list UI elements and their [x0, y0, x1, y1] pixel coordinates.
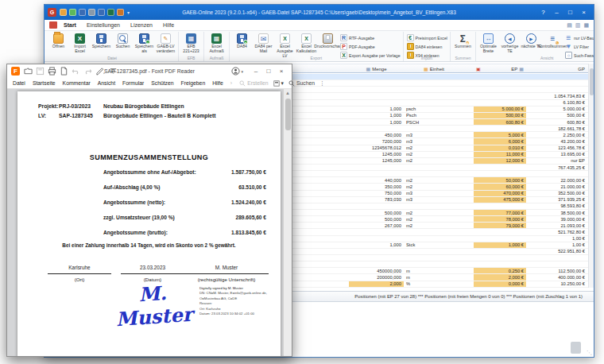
- cell-einheit[interactable]: psch: [404, 106, 464, 112]
- cell-gp[interactable]: 10.250,00 €: [526, 281, 588, 287]
- cell-ep[interactable]: [474, 261, 526, 267]
- column-header-einheit[interactable]: Einheit: [430, 67, 444, 72]
- cell-ep[interactable]: 2,000 €: [474, 274, 526, 280]
- ribbon-button[interactable]: ✎GAEB-LV verändern: [155, 33, 176, 54]
- open-icon[interactable]: [60, 9, 67, 16]
- cell-menge[interactable]: 1,000: [349, 106, 404, 112]
- cell-menge[interactable]: [349, 126, 404, 131]
- cell-einheit[interactable]: m2: [404, 177, 464, 183]
- menu-formular[interactable]: Formular: [122, 80, 144, 86]
- menu-ansicht[interactable]: Ansicht: [98, 80, 115, 86]
- cell-gp[interactable]: [526, 74, 588, 79]
- save-as-icon[interactable]: [98, 9, 105, 16]
- save-icon[interactable]: [36, 67, 45, 76]
- cell-gp[interactable]: 22.000,00 €: [526, 177, 588, 183]
- cell-ep[interactable]: 6,000 €: [474, 138, 526, 144]
- ribbon-button[interactable]: ≡✎Kontrollsummen: [542, 33, 563, 49]
- cell-einheit[interactable]: [404, 100, 464, 106]
- cell-einheit[interactable]: [404, 255, 464, 261]
- cell-ep[interactable]: 0,000 €: [474, 281, 526, 287]
- cell-menge[interactable]: [349, 249, 404, 254]
- cell-ep[interactable]: 1,000 €: [474, 242, 526, 248]
- account-icon[interactable]: ▾: [231, 67, 243, 76]
- cell-ep[interactable]: [474, 203, 526, 209]
- cell-gp[interactable]: 2.250,00 €: [526, 132, 588, 137]
- column-header-menge[interactable]: Menge: [372, 67, 386, 72]
- cell-ep[interactable]: [474, 80, 526, 86]
- cell-ep[interactable]: [474, 236, 526, 242]
- toolbar-toggle-icon[interactable]: [109, 67, 118, 76]
- ribbon-button[interactable]: Σ▦Summen: [452, 33, 474, 49]
- menu-hilfe[interactable]: Hilfe: [212, 80, 223, 86]
- column-header-gp[interactable]: GP: [578, 67, 585, 72]
- ribbon-button[interactable]: Druckvorschau: [317, 33, 339, 49]
- cell-ep[interactable]: 78,000 €: [474, 216, 526, 222]
- ribbon-button[interactable]: ↔Optimale Breite: [478, 33, 499, 54]
- gaeb-app-icon[interactable]: G: [48, 8, 56, 17]
- cell-einheit[interactable]: [404, 171, 464, 176]
- maximize-button[interactable]: □: [262, 68, 275, 75]
- cell-gp[interactable]: 21.000,00 €: [526, 184, 588, 189]
- tab-lizenzen[interactable]: Lizenzen: [130, 22, 153, 28]
- cell-menge[interactable]: [349, 171, 404, 176]
- cell-einheit[interactable]: m2: [404, 145, 464, 151]
- cell-menge[interactable]: 783,030: [349, 197, 404, 203]
- ribbon-button[interactable]: Speichern: [91, 33, 112, 49]
- cell-einheit[interactable]: m3: [404, 191, 464, 196]
- cell-ep[interactable]: 5.000,00 €: [474, 106, 526, 112]
- cell-gp[interactable]: [526, 171, 588, 176]
- cell-menge[interactable]: [349, 80, 404, 86]
- cell-menge[interactable]: [349, 87, 404, 92]
- cell-einheit[interactable]: [404, 126, 464, 131]
- search-button[interactable]: Suchen: [288, 80, 315, 87]
- cell-menge[interactable]: 1245,000: [349, 152, 404, 157]
- menu-schützen[interactable]: Schützen: [151, 80, 173, 86]
- cell-ep[interactable]: 77,000 €: [474, 210, 526, 215]
- cell-gp[interactable]: 1,00 €: [526, 242, 588, 248]
- cell-einheit[interactable]: [404, 203, 464, 209]
- menu-datei[interactable]: Datei: [13, 80, 25, 86]
- cell-menge[interactable]: 7200,000: [349, 138, 404, 144]
- cell-gp[interactable]: 767.435,25 €: [526, 165, 588, 170]
- cell-einheit[interactable]: [404, 236, 464, 242]
- tab-einstellungen[interactable]: Einstellungen: [87, 22, 120, 28]
- ribbon-button[interactable]: Suchen: [112, 33, 134, 49]
- cell-ep[interactable]: 470,000 €: [474, 191, 526, 196]
- ribbon-button[interactable]: XExcel Ausgabe LV: [274, 33, 296, 59]
- cell-menge[interactable]: [349, 74, 404, 79]
- ribbon-button[interactable]: ▦EFB 221+223: [180, 33, 202, 54]
- cell-menge[interactable]: 350,000: [349, 184, 404, 189]
- cell-ep[interactable]: [474, 93, 526, 99]
- cell-ep[interactable]: 12,000 €: [474, 158, 526, 164]
- more-options-icon[interactable]: ⋮: [319, 80, 325, 87]
- cell-gp[interactable]: 521.762,80 €: [526, 229, 588, 234]
- ribbon-style-icon[interactable]: ▤: [567, 22, 572, 28]
- cell-ep[interactable]: 11,000 €: [474, 152, 526, 157]
- cell-gp[interactable]: [526, 80, 588, 86]
- cell-ep[interactable]: 79,000 €: [474, 223, 526, 228]
- cell-gp[interactable]: [526, 255, 588, 261]
- cell-menge[interactable]: [349, 229, 404, 234]
- cell-einheit[interactable]: m3: [404, 132, 464, 137]
- cell-gp[interactable]: 182.661,78 €: [526, 126, 588, 131]
- tab-hilfe[interactable]: Hilfe: [163, 22, 174, 28]
- import-excel-icon[interactable]: [69, 9, 76, 16]
- scroll-up-icon[interactable]: ▲: [284, 89, 292, 97]
- menu-freigeben[interactable]: Freigeben: [181, 80, 206, 86]
- cell-menge[interactable]: 450000,000: [349, 268, 404, 273]
- cell-einheit[interactable]: [404, 229, 464, 234]
- ribbon-help-icon[interactable]: ▦: [583, 22, 589, 28]
- undo-icon[interactable]: [72, 67, 80, 76]
- menu-more-icon[interactable]: ›: [230, 80, 232, 86]
- cell-menge[interactable]: 1,000: [349, 119, 404, 125]
- cell-einheit[interactable]: m2: [404, 210, 464, 215]
- grid-vertical-scrollbar[interactable]: [588, 64, 594, 288]
- cell-gp[interactable]: 352.500,00 €: [526, 191, 588, 196]
- gaeb-app-menu-icon[interactable]: [49, 21, 57, 29]
- ribbon-button[interactable]: XImport Excel: [69, 33, 91, 54]
- cell-einheit[interactable]: m2: [404, 223, 464, 228]
- cell-menge[interactable]: 1,000: [349, 113, 404, 118]
- cell-einheit[interactable]: m2: [404, 184, 464, 189]
- cell-einheit[interactable]: Psch: [404, 113, 464, 118]
- cell-menge[interactable]: 750,000: [349, 191, 404, 196]
